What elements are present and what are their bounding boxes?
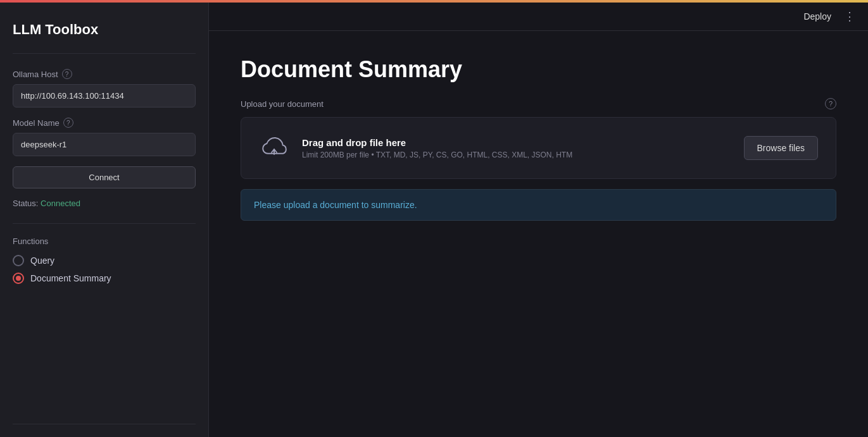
main-content: Deploy ⋮ Document Summary Upload your do… xyxy=(209,3,868,437)
drag-drop-sub: Limit 200MB per file • TXT, MD, JS, PY, … xyxy=(302,151,731,159)
upload-dropzone[interactable]: Drag and drop file here Limit 200MB per … xyxy=(241,117,836,179)
kebab-menu-icon[interactable]: ⋮ xyxy=(844,11,855,22)
functions-label: Functions xyxy=(13,237,196,246)
ollama-host-input[interactable] xyxy=(13,84,196,108)
model-name-input[interactable] xyxy=(13,133,196,156)
page-title: Document Summary xyxy=(241,56,836,83)
status-value: Connected xyxy=(41,199,80,208)
upload-section-label: Upload your document ? xyxy=(241,98,836,109)
divider-2 xyxy=(13,223,196,224)
browse-files-button[interactable]: Browse files xyxy=(744,136,818,160)
content-area: Document Summary Upload your document ? … xyxy=(209,31,868,437)
model-name-help-icon[interactable]: ? xyxy=(63,118,73,128)
connect-button[interactable]: Connect xyxy=(13,166,196,188)
function-query-label: Query xyxy=(30,255,54,266)
sidebar: LLM Toolbox Ollama Host ? Model Name ? C… xyxy=(0,3,209,437)
app-title: LLM Toolbox xyxy=(13,22,196,38)
function-document-summary-radio[interactable] xyxy=(13,273,24,284)
upload-text-block: Drag and drop file here Limit 200MB per … xyxy=(302,137,731,159)
info-banner: Please upload a document to summarize. xyxy=(241,189,836,221)
model-name-label: Model Name ? xyxy=(13,118,196,128)
upload-cloud-icon xyxy=(259,133,289,163)
status-line: Status: Connected xyxy=(13,199,196,208)
divider-1 xyxy=(13,53,196,54)
function-document-summary-label: Document Summary xyxy=(30,273,111,283)
drag-drop-title: Drag and drop file here xyxy=(302,137,731,148)
function-query-option[interactable]: Query xyxy=(13,255,196,266)
ollama-host-label: Ollama Host ? xyxy=(13,69,196,79)
divider-3 xyxy=(13,424,196,424)
function-query-radio[interactable] xyxy=(13,255,24,266)
upload-help-icon[interactable]: ? xyxy=(825,98,836,109)
top-nav: Deploy ⋮ xyxy=(209,3,868,31)
deploy-button[interactable]: Deploy xyxy=(798,9,836,24)
ollama-host-help-icon[interactable]: ? xyxy=(62,69,72,79)
function-document-summary-option[interactable]: Document Summary xyxy=(13,273,196,284)
